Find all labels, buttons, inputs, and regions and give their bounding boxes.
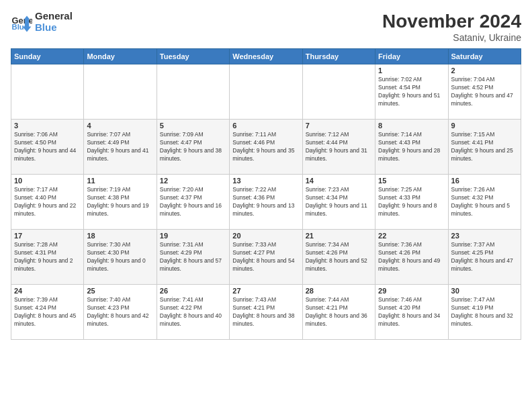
col-header-sunday: Sunday xyxy=(11,49,84,64)
calendar-cell: 6Sunrise: 7:11 AMSunset: 4:46 PMDaylight… xyxy=(230,120,302,175)
calendar-cell: 27Sunrise: 7:43 AMSunset: 4:21 PMDayligh… xyxy=(230,285,302,340)
day-info: Sunrise: 7:04 AMSunset: 4:52 PMDaylight:… xyxy=(451,76,518,108)
calendar-cell: 4Sunrise: 7:07 AMSunset: 4:49 PMDaylight… xyxy=(84,120,157,175)
calendar-cell xyxy=(230,64,302,120)
day-info: Sunrise: 7:26 AMSunset: 4:32 PMDaylight:… xyxy=(451,186,518,218)
day-number: 22 xyxy=(378,232,445,240)
calendar-cell: 28Sunrise: 7:44 AMSunset: 4:21 PMDayligh… xyxy=(302,285,375,340)
col-header-friday: Friday xyxy=(375,49,448,64)
day-number: 9 xyxy=(451,122,518,130)
day-number: 20 xyxy=(232,232,299,240)
calendar-cell: 25Sunrise: 7:40 AMSunset: 4:23 PMDayligh… xyxy=(84,285,157,340)
calendar-cell: 9Sunrise: 7:15 AMSunset: 4:41 PMDaylight… xyxy=(448,120,521,175)
day-number: 30 xyxy=(451,287,518,295)
calendar-cell: 29Sunrise: 7:46 AMSunset: 4:20 PMDayligh… xyxy=(375,285,448,340)
calendar-cell: 30Sunrise: 7:47 AMSunset: 4:19 PMDayligh… xyxy=(448,285,521,340)
day-info: Sunrise: 7:28 AMSunset: 4:31 PMDaylight:… xyxy=(14,241,81,273)
header: General Blue General Blue November 2024 … xyxy=(11,11,521,43)
calendar-cell: 5Sunrise: 7:09 AMSunset: 4:47 PMDaylight… xyxy=(157,120,229,175)
day-info: Sunrise: 7:09 AMSunset: 4:47 PMDaylight:… xyxy=(160,131,226,163)
calendar-cell xyxy=(84,64,157,120)
week-row-4: 17Sunrise: 7:28 AMSunset: 4:31 PMDayligh… xyxy=(11,230,521,285)
col-header-wednesday: Wednesday xyxy=(230,49,302,64)
day-info: Sunrise: 7:46 AMSunset: 4:20 PMDaylight:… xyxy=(378,296,445,328)
day-info: Sunrise: 7:34 AMSunset: 4:26 PMDaylight:… xyxy=(306,241,372,273)
day-info: Sunrise: 7:41 AMSunset: 4:22 PMDaylight:… xyxy=(160,296,226,328)
day-number: 10 xyxy=(14,177,81,185)
day-number: 3 xyxy=(14,122,81,130)
logo-icon: General Blue xyxy=(11,11,32,33)
calendar-cell xyxy=(11,64,84,120)
calendar-cell xyxy=(157,64,229,120)
title-block: November 2024 Sataniv, Ukraine xyxy=(382,11,521,43)
day-number: 4 xyxy=(87,122,153,130)
week-row-1: 1Sunrise: 7:02 AMSunset: 4:54 PMDaylight… xyxy=(11,64,521,120)
calendar-cell: 13Sunrise: 7:22 AMSunset: 4:36 PMDayligh… xyxy=(230,175,302,230)
day-info: Sunrise: 7:14 AMSunset: 4:43 PMDaylight:… xyxy=(378,131,445,163)
calendar-cell: 15Sunrise: 7:25 AMSunset: 4:33 PMDayligh… xyxy=(375,175,448,230)
day-number: 23 xyxy=(451,232,518,240)
calendar-cell: 10Sunrise: 7:17 AMSunset: 4:40 PMDayligh… xyxy=(11,175,84,230)
day-number: 5 xyxy=(160,122,226,130)
day-info: Sunrise: 7:11 AMSunset: 4:46 PMDaylight:… xyxy=(232,131,299,163)
calendar-cell: 18Sunrise: 7:30 AMSunset: 4:30 PMDayligh… xyxy=(84,230,157,285)
day-number: 8 xyxy=(378,122,445,130)
day-info: Sunrise: 7:02 AMSunset: 4:54 PMDaylight:… xyxy=(378,76,445,108)
col-header-thursday: Thursday xyxy=(302,49,375,64)
day-info: Sunrise: 7:30 AMSunset: 4:30 PMDaylight:… xyxy=(87,241,153,273)
location: Sataniv, Ukraine xyxy=(382,32,521,43)
calendar-cell: 14Sunrise: 7:23 AMSunset: 4:34 PMDayligh… xyxy=(302,175,375,230)
calendar-cell: 22Sunrise: 7:36 AMSunset: 4:26 PMDayligh… xyxy=(375,230,448,285)
calendar-cell: 24Sunrise: 7:39 AMSunset: 4:24 PMDayligh… xyxy=(11,285,84,340)
calendar-cell: 16Sunrise: 7:26 AMSunset: 4:32 PMDayligh… xyxy=(448,175,521,230)
calendar-cell: 7Sunrise: 7:12 AMSunset: 4:44 PMDaylight… xyxy=(302,120,375,175)
day-info: Sunrise: 7:17 AMSunset: 4:40 PMDaylight:… xyxy=(14,186,81,218)
week-row-2: 3Sunrise: 7:06 AMSunset: 4:50 PMDaylight… xyxy=(11,120,521,175)
day-number: 17 xyxy=(14,232,81,240)
day-number: 29 xyxy=(378,287,445,295)
day-number: 19 xyxy=(160,232,226,240)
calendar-table: SundayMondayTuesdayWednesdayThursdayFrid… xyxy=(11,48,521,340)
day-info: Sunrise: 7:40 AMSunset: 4:23 PMDaylight:… xyxy=(87,296,153,328)
day-info: Sunrise: 7:12 AMSunset: 4:44 PMDaylight:… xyxy=(306,131,372,163)
day-info: Sunrise: 7:44 AMSunset: 4:21 PMDaylight:… xyxy=(306,296,372,328)
day-number: 7 xyxy=(306,122,372,130)
month-title: November 2024 xyxy=(382,11,521,32)
calendar-cell: 20Sunrise: 7:33 AMSunset: 4:27 PMDayligh… xyxy=(230,230,302,285)
calendar-cell: 19Sunrise: 7:31 AMSunset: 4:29 PMDayligh… xyxy=(157,230,229,285)
day-number: 16 xyxy=(451,177,518,185)
week-row-3: 10Sunrise: 7:17 AMSunset: 4:40 PMDayligh… xyxy=(11,175,521,230)
calendar-cell: 2Sunrise: 7:04 AMSunset: 4:52 PMDaylight… xyxy=(448,64,521,120)
logo-blue: Blue xyxy=(35,22,73,34)
calendar-cell: 26Sunrise: 7:41 AMSunset: 4:22 PMDayligh… xyxy=(157,285,229,340)
header-row: SundayMondayTuesdayWednesdayThursdayFrid… xyxy=(11,49,521,64)
day-info: Sunrise: 7:20 AMSunset: 4:37 PMDaylight:… xyxy=(160,186,226,218)
day-number: 21 xyxy=(306,232,372,240)
day-info: Sunrise: 7:22 AMSunset: 4:36 PMDaylight:… xyxy=(232,186,299,218)
calendar-cell: 17Sunrise: 7:28 AMSunset: 4:31 PMDayligh… xyxy=(11,230,84,285)
calendar-cell: 12Sunrise: 7:20 AMSunset: 4:37 PMDayligh… xyxy=(157,175,229,230)
day-number: 2 xyxy=(451,66,518,75)
day-number: 14 xyxy=(306,177,372,185)
day-number: 24 xyxy=(14,287,81,295)
day-info: Sunrise: 7:06 AMSunset: 4:50 PMDaylight:… xyxy=(14,131,81,163)
day-info: Sunrise: 7:07 AMSunset: 4:49 PMDaylight:… xyxy=(87,131,153,163)
day-number: 6 xyxy=(232,122,299,130)
calendar-cell: 21Sunrise: 7:34 AMSunset: 4:26 PMDayligh… xyxy=(302,230,375,285)
day-info: Sunrise: 7:43 AMSunset: 4:21 PMDaylight:… xyxy=(232,296,299,328)
day-number: 28 xyxy=(306,287,372,295)
calendar-cell xyxy=(302,64,375,120)
day-info: Sunrise: 7:31 AMSunset: 4:29 PMDaylight:… xyxy=(160,241,226,273)
day-info: Sunrise: 7:19 AMSunset: 4:38 PMDaylight:… xyxy=(87,186,153,218)
day-number: 1 xyxy=(378,66,445,75)
day-number: 13 xyxy=(232,177,299,185)
calendar-cell: 1Sunrise: 7:02 AMSunset: 4:54 PMDaylight… xyxy=(375,64,448,120)
week-row-5: 24Sunrise: 7:39 AMSunset: 4:24 PMDayligh… xyxy=(11,285,521,340)
day-number: 27 xyxy=(232,287,299,295)
logo-general: General xyxy=(35,11,73,22)
day-number: 12 xyxy=(160,177,226,185)
day-number: 18 xyxy=(87,232,153,240)
day-info: Sunrise: 7:37 AMSunset: 4:25 PMDaylight:… xyxy=(451,241,518,273)
day-info: Sunrise: 7:36 AMSunset: 4:26 PMDaylight:… xyxy=(378,241,445,273)
day-number: 11 xyxy=(87,177,153,185)
